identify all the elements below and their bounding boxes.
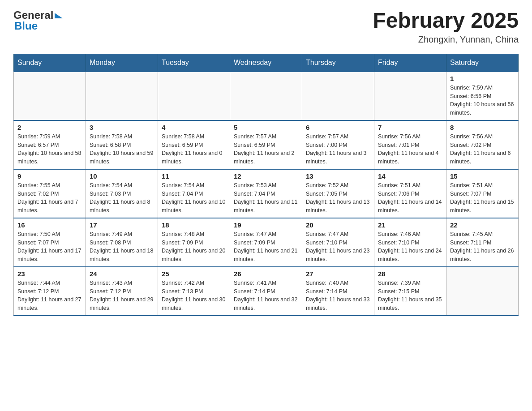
day-number: 27 [306, 270, 370, 278]
day-number: 20 [306, 221, 370, 229]
day-info: Sunrise: 7:59 AMSunset: 6:56 PMDaylight:… [450, 84, 515, 117]
table-row: 7Sunrise: 7:56 AMSunset: 7:01 PMDaylight… [374, 120, 446, 169]
table-row [14, 72, 86, 120]
table-row [302, 72, 374, 120]
calendar-week-row: 16Sunrise: 7:50 AMSunset: 7:07 PMDayligh… [14, 218, 519, 267]
day-number: 24 [90, 270, 154, 278]
day-number: 12 [234, 172, 298, 180]
table-row: 17Sunrise: 7:49 AMSunset: 7:08 PMDayligh… [86, 218, 158, 267]
day-info: Sunrise: 7:41 AMSunset: 7:14 PMDaylight:… [234, 279, 298, 313]
table-row: 21Sunrise: 7:46 AMSunset: 7:10 PMDayligh… [374, 218, 446, 267]
day-number: 3 [90, 124, 154, 131]
table-row: 5Sunrise: 7:57 AMSunset: 6:59 PMDaylight… [230, 120, 302, 169]
day-info: Sunrise: 7:47 AMSunset: 7:09 PMDaylight:… [234, 230, 298, 264]
day-number: 4 [162, 124, 226, 131]
calendar-week-row: 2Sunrise: 7:59 AMSunset: 6:57 PMDaylight… [14, 120, 519, 169]
day-info: Sunrise: 7:57 AMSunset: 7:00 PMDaylight:… [306, 133, 370, 166]
day-info: Sunrise: 7:48 AMSunset: 7:09 PMDaylight:… [162, 230, 226, 264]
table-row: 26Sunrise: 7:41 AMSunset: 7:14 PMDayligh… [230, 267, 302, 316]
title-block: February 2025 Zhongxin, Yunnan, China [373, 9, 519, 45]
table-row: 18Sunrise: 7:48 AMSunset: 7:09 PMDayligh… [158, 218, 230, 267]
day-info: Sunrise: 7:42 AMSunset: 7:13 PMDaylight:… [162, 279, 226, 313]
table-row: 19Sunrise: 7:47 AMSunset: 7:09 PMDayligh… [230, 218, 302, 267]
day-number: 17 [90, 221, 154, 229]
table-row: 6Sunrise: 7:57 AMSunset: 7:00 PMDaylight… [302, 120, 374, 169]
day-number: 6 [306, 124, 370, 131]
calendar-week-row: 23Sunrise: 7:44 AMSunset: 7:12 PMDayligh… [14, 267, 519, 316]
table-row: 8Sunrise: 7:56 AMSunset: 7:02 PMDaylight… [446, 120, 519, 169]
table-row: 25Sunrise: 7:42 AMSunset: 7:13 PMDayligh… [158, 267, 230, 316]
day-number: 14 [378, 172, 442, 180]
day-number: 7 [378, 124, 442, 131]
day-info: Sunrise: 7:54 AMSunset: 7:03 PMDaylight:… [90, 181, 154, 215]
day-number: 5 [234, 124, 298, 131]
table-row: 27Sunrise: 7:40 AMSunset: 7:14 PMDayligh… [302, 267, 374, 316]
day-info: Sunrise: 7:43 AMSunset: 7:12 PMDaylight:… [90, 279, 154, 313]
table-row: 9Sunrise: 7:55 AMSunset: 7:02 PMDaylight… [14, 169, 86, 218]
day-info: Sunrise: 7:59 AMSunset: 6:57 PMDaylight:… [17, 133, 82, 166]
col-monday: Monday [86, 54, 158, 72]
day-info: Sunrise: 7:47 AMSunset: 7:10 PMDaylight:… [306, 230, 370, 264]
day-info: Sunrise: 7:39 AMSunset: 7:15 PMDaylight:… [378, 279, 442, 313]
table-row [374, 72, 446, 120]
day-info: Sunrise: 7:44 AMSunset: 7:12 PMDaylight:… [17, 279, 82, 313]
day-number: 16 [17, 221, 82, 229]
day-number: 21 [378, 221, 442, 229]
calendar-week-row: 1Sunrise: 7:59 AMSunset: 6:56 PMDaylight… [14, 72, 519, 120]
table-row: 22Sunrise: 7:45 AMSunset: 7:11 PMDayligh… [446, 218, 519, 267]
day-info: Sunrise: 7:49 AMSunset: 7:08 PMDaylight:… [90, 230, 154, 264]
table-row: 16Sunrise: 7:50 AMSunset: 7:07 PMDayligh… [14, 218, 86, 267]
day-info: Sunrise: 7:45 AMSunset: 7:11 PMDaylight:… [450, 230, 515, 264]
table-row [86, 72, 158, 120]
col-thursday: Thursday [302, 54, 374, 72]
day-number: 26 [234, 270, 298, 278]
table-row: 15Sunrise: 7:51 AMSunset: 7:07 PMDayligh… [446, 169, 519, 218]
day-info: Sunrise: 7:56 AMSunset: 7:02 PMDaylight:… [450, 133, 515, 166]
col-saturday: Saturday [446, 54, 519, 72]
location-text: Zhongxin, Yunnan, China [373, 34, 519, 45]
table-row: 13Sunrise: 7:52 AMSunset: 7:05 PMDayligh… [302, 169, 374, 218]
day-number: 2 [17, 124, 82, 131]
table-row: 23Sunrise: 7:44 AMSunset: 7:12 PMDayligh… [14, 267, 86, 316]
table-row [158, 72, 230, 120]
day-number: 18 [162, 221, 226, 229]
day-info: Sunrise: 7:53 AMSunset: 7:04 PMDaylight:… [234, 181, 298, 215]
day-number: 23 [17, 270, 82, 278]
day-info: Sunrise: 7:54 AMSunset: 7:04 PMDaylight:… [162, 181, 226, 215]
calendar-week-row: 9Sunrise: 7:55 AMSunset: 7:02 PMDaylight… [14, 169, 519, 218]
table-row: 11Sunrise: 7:54 AMSunset: 7:04 PMDayligh… [158, 169, 230, 218]
day-info: Sunrise: 7:51 AMSunset: 7:06 PMDaylight:… [378, 181, 442, 215]
col-sunday: Sunday [14, 54, 86, 72]
day-info: Sunrise: 7:57 AMSunset: 6:59 PMDaylight:… [234, 133, 298, 166]
day-info: Sunrise: 7:46 AMSunset: 7:10 PMDaylight:… [378, 230, 442, 264]
table-row: 24Sunrise: 7:43 AMSunset: 7:12 PMDayligh… [86, 267, 158, 316]
day-number: 9 [17, 172, 82, 180]
day-number: 28 [378, 270, 442, 278]
day-number: 10 [90, 172, 154, 180]
table-row: 10Sunrise: 7:54 AMSunset: 7:03 PMDayligh… [86, 169, 158, 218]
day-info: Sunrise: 7:56 AMSunset: 7:01 PMDaylight:… [378, 133, 442, 166]
day-info: Sunrise: 7:52 AMSunset: 7:05 PMDaylight:… [306, 181, 370, 215]
day-number: 15 [450, 172, 515, 180]
day-number: 8 [450, 124, 515, 131]
day-info: Sunrise: 7:58 AMSunset: 6:59 PMDaylight:… [162, 133, 226, 166]
table-row: 12Sunrise: 7:53 AMSunset: 7:04 PMDayligh… [230, 169, 302, 218]
day-info: Sunrise: 7:40 AMSunset: 7:14 PMDaylight:… [306, 279, 370, 313]
day-info: Sunrise: 7:51 AMSunset: 7:07 PMDaylight:… [450, 181, 515, 215]
day-number: 11 [162, 172, 226, 180]
table-row [230, 72, 302, 120]
table-row: 20Sunrise: 7:47 AMSunset: 7:10 PMDayligh… [302, 218, 374, 267]
day-number: 19 [234, 221, 298, 229]
day-number: 25 [162, 270, 226, 278]
table-row: 14Sunrise: 7:51 AMSunset: 7:06 PMDayligh… [374, 169, 446, 218]
day-number: 1 [450, 75, 515, 82]
table-row: 2Sunrise: 7:59 AMSunset: 6:57 PMDaylight… [14, 120, 86, 169]
table-row: 3Sunrise: 7:58 AMSunset: 6:58 PMDaylight… [86, 120, 158, 169]
calendar-table: Sunday Monday Tuesday Wednesday Thursday… [13, 54, 519, 316]
col-wednesday: Wednesday [230, 54, 302, 72]
month-title: February 2025 [373, 9, 519, 33]
table-row: 1Sunrise: 7:59 AMSunset: 6:56 PMDaylight… [446, 72, 519, 120]
logo-arrow-icon [55, 13, 63, 18]
day-info: Sunrise: 7:58 AMSunset: 6:58 PMDaylight:… [90, 133, 154, 166]
page-header: General Blue February 2025 Zhongxin, Yun… [13, 9, 519, 45]
